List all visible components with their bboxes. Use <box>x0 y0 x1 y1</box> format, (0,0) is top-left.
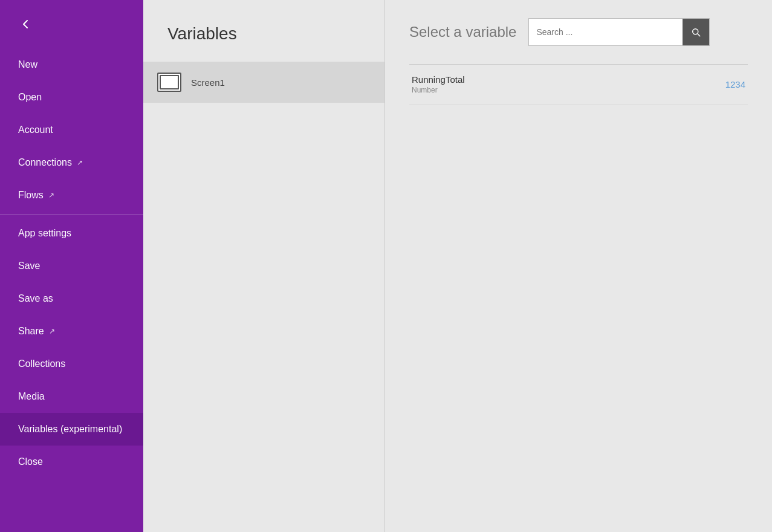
select-variable-label: Select a variable <box>409 24 516 41</box>
sidebar-item-label: Close <box>18 456 43 467</box>
variables-header: Select a variable <box>409 18 748 46</box>
sidebar-item-new[interactable]: New <box>0 48 143 81</box>
sidebar-item-save[interactable]: Save <box>0 250 143 282</box>
sidebar-item-label: Connections <box>18 157 72 168</box>
sidebar-item-label: Account <box>18 125 53 135</box>
sidebar-item-label: Save <box>18 261 40 271</box>
sidebar-item-media[interactable]: Media <box>0 380 143 413</box>
external-link-icon: ↗ <box>77 158 83 167</box>
search-icon <box>690 27 701 37</box>
sidebar-item-flows[interactable]: Flows ↗ <box>0 179 143 212</box>
screen-thumbnail-icon <box>157 73 181 92</box>
sidebar-item-share[interactable]: Share ↗ <box>0 315 143 348</box>
variable-item[interactable]: RunningTotal Number 1234 <box>409 65 748 105</box>
variable-type: Number <box>412 86 465 94</box>
variables-panel: Select a variable RunningTotal Number 12… <box>385 0 772 532</box>
sidebar-item-close[interactable]: Close <box>0 446 143 478</box>
sidebar-item-open[interactable]: Open <box>0 81 143 114</box>
screen-icon-inner <box>160 75 179 89</box>
screens-panel: Variables Screen1 <box>143 0 385 532</box>
sidebar-item-collections[interactable]: Collections <box>0 348 143 380</box>
sidebar-item-account[interactable]: Account <box>0 114 143 146</box>
variable-name: RunningTotal <box>412 74 465 85</box>
external-link-icon: ↗ <box>49 327 55 336</box>
variable-value: 1234 <box>725 79 745 89</box>
sidebar: New Open Account Connections ↗ Flows ↗ A… <box>0 0 143 532</box>
sidebar-item-label: Save as <box>18 293 53 304</box>
search-input[interactable] <box>529 21 683 43</box>
variable-info: RunningTotal Number <box>412 74 465 94</box>
sidebar-item-label: Media <box>18 391 45 402</box>
sidebar-item-variables[interactable]: Variables (experimental) <box>0 413 143 446</box>
sidebar-divider <box>0 214 143 215</box>
sidebar-item-label: Open <box>18 92 42 103</box>
main-content: Variables Screen1 Select a variable <box>143 0 772 532</box>
sidebar-item-connections[interactable]: Connections ↗ <box>0 146 143 179</box>
page-title: Variables <box>143 0 384 62</box>
sidebar-item-label: Share <box>18 326 44 337</box>
search-box <box>528 18 710 46</box>
sidebar-item-label: Collections <box>18 358 65 369</box>
sidebar-item-label: New <box>18 59 37 70</box>
sidebar-item-app-settings[interactable]: App settings <box>0 217 143 250</box>
sidebar-item-label: App settings <box>18 228 71 239</box>
sidebar-item-label: Flows <box>18 190 44 201</box>
back-button[interactable] <box>0 0 143 48</box>
external-link-icon: ↗ <box>48 191 54 199</box>
sidebar-item-save-as[interactable]: Save as <box>0 282 143 315</box>
search-button[interactable] <box>683 19 709 45</box>
screen-item[interactable]: Screen1 <box>143 62 384 103</box>
variable-list: RunningTotal Number 1234 <box>409 64 748 105</box>
sidebar-item-label: Variables (experimental) <box>18 424 122 435</box>
screen-name: Screen1 <box>191 77 225 88</box>
